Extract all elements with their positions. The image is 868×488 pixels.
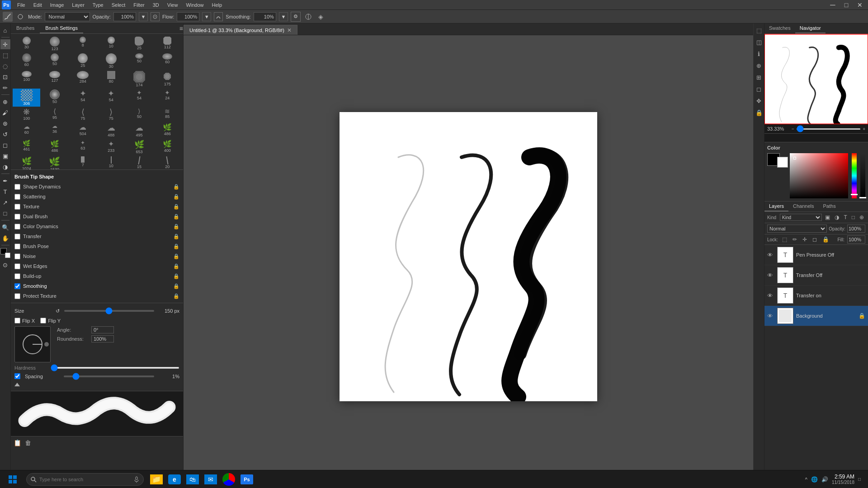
brush-cell[interactable]: ✦54	[125, 89, 153, 107]
tab-brush-settings[interactable]: Brush Settings	[40, 23, 83, 33]
right-icon-3[interactable]: ℹ	[754, 49, 764, 59]
network-icon[interactable]: 🌐	[811, 476, 818, 483]
home-tool[interactable]: ⌂	[0, 25, 10, 35]
wet-edges-check[interactable]	[14, 263, 20, 269]
color-dynamics-check[interactable]	[14, 224, 20, 230]
dual-brush-check[interactable]	[14, 214, 20, 220]
spacing-check[interactable]	[14, 373, 20, 379]
canvas-tab-active[interactable]: Untitled-1 @ 33.3% (Background, RGB/8#) …	[184, 25, 297, 35]
tab-swatches[interactable]: Swatches	[764, 23, 795, 33]
roundness-input[interactable]	[91, 335, 114, 343]
brush-cell[interactable]: 🌿486	[154, 122, 181, 138]
scattering-check[interactable]	[14, 194, 20, 200]
hardness-slider[interactable]	[51, 367, 179, 369]
setting-brush-pose[interactable]: Brush Pose 🔒	[14, 241, 179, 251]
brush-cell[interactable]: 175	[154, 70, 181, 88]
blend-mode-select[interactable]: Normal	[767, 225, 827, 233]
tab-navigator[interactable]: Navigator	[795, 23, 826, 33]
zoom-in-btn[interactable]: +	[863, 127, 865, 131]
setting-scattering[interactable]: Scattering 🔒	[14, 192, 179, 202]
layer-visibility-btn[interactable]: 👁	[767, 292, 774, 299]
dodge-tool[interactable]: ◑	[0, 162, 10, 172]
angle-handle[interactable]	[44, 342, 49, 347]
menu-window[interactable]: Window	[182, 1, 207, 9]
brush-cell-selected[interactable]: 306	[13, 89, 40, 107]
smoothing-toggle[interactable]: ▼	[279, 12, 288, 21]
zoom-out-btn[interactable]: −	[792, 127, 794, 131]
menu-help[interactable]: Help	[208, 1, 226, 9]
spacing-collapse-btn[interactable]	[14, 383, 20, 386]
zoom-tool[interactable]: 🔍	[0, 222, 10, 232]
transfer-check[interactable]	[14, 234, 20, 239]
selection-tool[interactable]: ⬚	[0, 50, 10, 60]
color-gradient[interactable]	[790, 153, 848, 198]
path-tool[interactable]: ↗	[0, 197, 10, 207]
right-icon-8[interactable]: 🔒	[754, 108, 764, 117]
brush-cell[interactable]: ❋100	[13, 107, 40, 122]
bg-color[interactable]	[5, 253, 10, 258]
brush-list-container[interactable]: 30 123 8 10 25 112 60 50 25 30 50 60 100…	[11, 34, 183, 169]
zoom-slider[interactable]	[796, 128, 861, 130]
hue-bar[interactable]	[852, 153, 857, 198]
brush-cell[interactable]: 7	[69, 155, 97, 169]
filter-adjust-btn[interactable]: ◑	[833, 214, 840, 221]
brush-cell[interactable]: 10	[97, 155, 125, 169]
layer-visibility-btn[interactable]: 👁	[767, 313, 774, 319]
brush-cell[interactable]: ☁36	[41, 122, 68, 138]
brush-pose-check[interactable]	[14, 244, 20, 249]
brush-cell[interactable]: 100	[13, 70, 40, 88]
menu-3d[interactable]: 3D	[149, 1, 163, 9]
brush-cell[interactable]: 50	[125, 52, 153, 70]
pen-tool[interactable]: ✒	[0, 176, 10, 186]
taskbar-mail[interactable]: ✉	[203, 471, 219, 488]
brush-cell[interactable]: 60	[154, 52, 181, 70]
layer-row[interactable]: 👁 T Transfer Off	[764, 265, 868, 286]
brush-cell[interactable]: 🌿461	[13, 139, 40, 155]
minimize-btn[interactable]: ─	[826, 0, 839, 10]
brush-cell[interactable]: ✦233	[97, 139, 125, 155]
flip-y-label[interactable]: Flip Y	[40, 318, 61, 324]
bg-swatch[interactable]	[777, 157, 788, 168]
healing-tool[interactable]: ⊕	[0, 97, 10, 107]
brush-cell[interactable]: ☁504	[69, 122, 97, 138]
clone-tool[interactable]: ⊛	[0, 118, 10, 128]
setting-brush-tip[interactable]: Brush Tip Shape	[14, 172, 179, 182]
lock-artboard-btn[interactable]: ◻	[811, 236, 818, 243]
brush-cell[interactable]: ≋85	[154, 107, 181, 122]
brush-cell[interactable]: 25	[69, 52, 97, 70]
new-brush-btn[interactable]: 📋	[14, 439, 21, 446]
brush-cell[interactable]: ✦54	[97, 89, 125, 107]
hand-tool[interactable]: ✋	[0, 233, 10, 243]
setting-build-up[interactable]: Build-up 🔒	[14, 271, 179, 281]
tray-clock[interactable]: 2:59 AM 11/15/2018	[832, 474, 854, 485]
brush-cell[interactable]: ⟨95	[41, 107, 68, 122]
right-icon-5[interactable]: ⊞	[754, 72, 764, 82]
opacity-input[interactable]	[847, 225, 865, 233]
brush-cell[interactable]: 174	[125, 70, 153, 88]
brush-cell[interactable]: ⟩50	[125, 107, 153, 122]
right-icon-4[interactable]: ⊕	[754, 61, 764, 70]
filter-shape-btn[interactable]: □	[850, 214, 856, 221]
menu-layer[interactable]: Layer	[68, 1, 88, 9]
layer-row[interactable]: 👁 T Transfer on	[764, 286, 868, 306]
menu-view[interactable]: View	[164, 1, 182, 9]
airbrush-btn[interactable]	[151, 12, 160, 21]
build-up-check[interactable]	[14, 273, 20, 279]
menu-file[interactable]: File	[14, 1, 29, 9]
brush-cell[interactable]: ✦24	[154, 89, 181, 107]
setting-noise[interactable]: Noise 🔒	[14, 251, 179, 261]
canvas-tab-close-btn[interactable]: ✕	[287, 27, 292, 33]
angle-input[interactable]	[91, 326, 114, 333]
brush-cell[interactable]: 284	[69, 70, 97, 88]
brush-cell[interactable]: 8	[69, 36, 97, 52]
filter-pixel-btn[interactable]: ▣	[824, 214, 831, 221]
tab-channels[interactable]: Channels	[788, 202, 818, 211]
menu-type[interactable]: Type	[89, 1, 107, 9]
right-icon-7[interactable]: ✥	[754, 96, 764, 106]
flow-input[interactable]	[177, 12, 199, 21]
tab-layers[interactable]: Layers	[764, 202, 788, 211]
brush-cell[interactable]: 🌿1530	[41, 155, 68, 169]
taskbar-search[interactable]	[26, 473, 144, 486]
brush-cell[interactable]: 50	[41, 52, 68, 70]
brush-size-icon[interactable]	[15, 12, 25, 22]
